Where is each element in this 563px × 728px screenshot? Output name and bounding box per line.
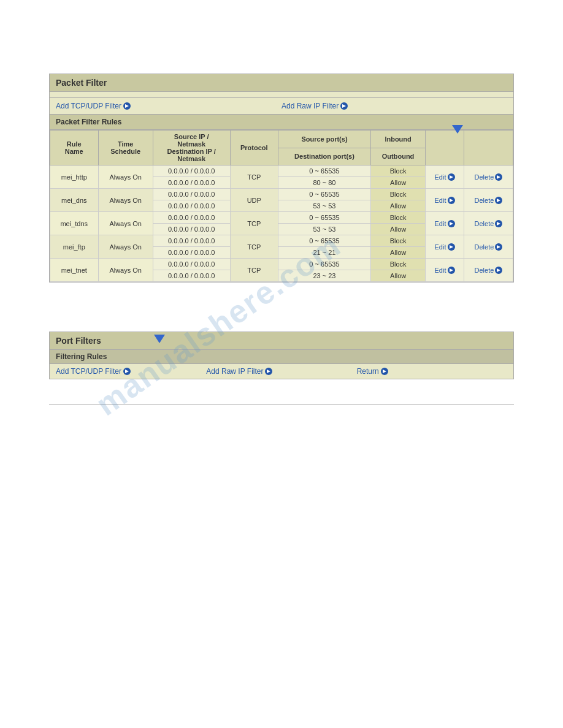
outbound-cell: Allow xyxy=(370,247,425,259)
packet-filter-action-bar: Add TCP/UDP Filter Add Raw IP Filter xyxy=(49,97,514,114)
dest-ip-cell: 0.0.0.0 / 0.0.0.0 xyxy=(153,200,230,212)
protocol-cell: TCP xyxy=(230,235,278,259)
source-ip-cell: 0.0.0.0 / 0.0.0.0 xyxy=(153,189,230,200)
dest-ip-cell: 0.0.0.0 / 0.0.0.0 xyxy=(153,270,230,282)
packet-filter-section: Packet Filter Add TCP/UDP Filter Add Raw… xyxy=(49,74,514,282)
delete-arrow-icon xyxy=(495,173,502,181)
packet-filter-title: Packet Filter xyxy=(49,74,514,91)
edit-cell: Edit xyxy=(426,189,464,212)
delete-button[interactable]: Delete xyxy=(475,197,503,204)
port-filters-section: Port Filters Filtering Rules Add TCP/UDP… xyxy=(49,332,514,379)
rule-name-cell: mei_tnet xyxy=(50,259,99,282)
delete-cell: Delete xyxy=(464,212,513,235)
port-filter-action-bar: Add TCP/UDP Filter Add Raw IP Filter Ret… xyxy=(49,363,514,379)
port-filter-arrow-indicator xyxy=(154,335,165,343)
source-ip-cell: 0.0.0.0 / 0.0.0.0 xyxy=(153,259,230,270)
add-raw-ip-arrow-icon xyxy=(340,102,348,110)
source-ip-cell: 0.0.0.0 / 0.0.0.0 xyxy=(153,212,230,224)
delete-cell: Delete xyxy=(464,259,513,282)
outbound-cell: Allow xyxy=(370,224,425,235)
delete-button[interactable]: Delete xyxy=(475,267,503,274)
edit-arrow-icon xyxy=(448,173,455,181)
col-dest-ports: Destination port(s) xyxy=(278,148,371,165)
col-rule-name: RuleName xyxy=(50,131,99,165)
port-return-arrow-icon xyxy=(381,368,388,375)
edit-button[interactable]: Edit xyxy=(435,173,455,181)
delete-arrow-icon xyxy=(495,243,502,251)
schedule-cell: Always On xyxy=(98,212,153,235)
add-tcp-udp-arrow-icon xyxy=(123,102,131,110)
port-tcp-udp-arrow-icon xyxy=(123,368,131,375)
delete-cell: Delete xyxy=(464,189,513,212)
port-add-tcp-udp-button[interactable]: Add TCP/UDP Filter xyxy=(56,367,206,376)
edit-cell: Edit xyxy=(426,259,464,282)
protocol-cell: TCP xyxy=(230,259,278,282)
outbound-cell: Allow xyxy=(370,270,425,282)
delete-button[interactable]: Delete xyxy=(475,220,503,227)
port-filters-title-bar: Port Filters xyxy=(49,332,514,349)
source-ports-cell: 0 ~ 65535 xyxy=(278,235,371,247)
delete-button[interactable]: Delete xyxy=(475,173,503,181)
schedule-cell: Always On xyxy=(98,165,153,189)
add-raw-ip-filter-button[interactable]: Add Raw IP Filter xyxy=(282,102,507,110)
schedule-cell: Always On xyxy=(98,259,153,282)
add-tcp-udp-filter-button[interactable]: Add TCP/UDP Filter xyxy=(56,102,282,110)
inbound-cell: Block xyxy=(370,212,425,224)
dest-ports-cell: 21 ~ 21 xyxy=(278,247,371,259)
protocol-cell: UDP xyxy=(230,189,278,212)
rule-name-cell: mei_dns xyxy=(50,189,99,212)
dest-ports-cell: 23 ~ 23 xyxy=(278,270,371,282)
table-row: mei_tdns Always On 0.0.0.0 / 0.0.0.0 TCP… xyxy=(50,212,513,224)
source-ip-cell: 0.0.0.0 / 0.0.0.0 xyxy=(153,235,230,247)
col-time-schedule: TimeSchedule xyxy=(98,131,153,165)
edit-button[interactable]: Edit xyxy=(435,197,455,204)
delete-button[interactable]: Delete xyxy=(475,243,503,251)
dest-ports-cell: 53 ~ 53 xyxy=(278,224,371,235)
delete-arrow-icon xyxy=(495,267,502,274)
filter-rules-table: RuleName TimeSchedule Source IP /Netmask… xyxy=(50,130,513,282)
port-raw-ip-arrow-icon xyxy=(265,368,272,375)
dest-ip-cell: 0.0.0.0 / 0.0.0.0 xyxy=(153,224,230,235)
source-ports-cell: 0 ~ 65535 xyxy=(278,189,371,200)
dest-ip-cell: 0.0.0.0 / 0.0.0.0 xyxy=(153,247,230,259)
outbound-cell: Allow xyxy=(370,177,425,189)
packet-filter-rules-section: Packet Filter Rules RuleName TimeSchedul… xyxy=(49,114,514,282)
col-delete xyxy=(464,131,513,165)
edit-button[interactable]: Edit xyxy=(435,243,455,251)
edit-arrow-icon xyxy=(448,243,455,251)
col-outbound: Outbound xyxy=(370,148,425,165)
schedule-cell: Always On xyxy=(98,189,153,212)
delete-cell: Delete xyxy=(464,165,513,189)
blue-arrow-indicator xyxy=(452,125,463,134)
dest-ports-cell: 53 ~ 53 xyxy=(278,200,371,212)
col-inbound: Inbound xyxy=(370,131,425,148)
edit-cell: Edit xyxy=(426,212,464,235)
source-ports-cell: 0 ~ 65535 xyxy=(278,259,371,270)
rule-name-cell: mei_tdns xyxy=(50,212,99,235)
edit-button[interactable]: Edit xyxy=(435,267,455,274)
edit-arrow-icon xyxy=(448,220,455,227)
packet-filter-rules-title: Packet Filter Rules xyxy=(50,115,513,130)
table-row: mei_dns Always On 0.0.0.0 / 0.0.0.0 UDP … xyxy=(50,189,513,200)
source-ports-cell: 0 ~ 65535 xyxy=(278,212,371,224)
inbound-cell: Block xyxy=(370,165,425,177)
port-add-raw-ip-button[interactable]: Add Raw IP Filter xyxy=(206,367,356,376)
source-ports-cell: 0 ~ 65535 xyxy=(278,165,371,177)
col-source-ports: Source port(s) xyxy=(278,131,371,148)
outbound-cell: Allow xyxy=(370,200,425,212)
col-edit xyxy=(426,131,464,165)
protocol-cell: TCP xyxy=(230,165,278,189)
source-ip-cell: 0.0.0.0 / 0.0.0.0 xyxy=(153,165,230,177)
table-row: mei_ftp Always On 0.0.0.0 / 0.0.0.0 TCP … xyxy=(50,235,513,247)
inbound-cell: Block xyxy=(370,235,425,247)
protocol-cell: TCP xyxy=(230,212,278,235)
filtering-rules-bar: Filtering Rules xyxy=(49,349,514,363)
table-row: mei_http Always On 0.0.0.0 / 0.0.0.0 TCP… xyxy=(50,165,513,177)
port-return-button[interactable]: Return xyxy=(357,367,507,376)
delete-arrow-icon xyxy=(495,220,502,227)
dest-ports-cell: 80 ~ 80 xyxy=(278,177,371,189)
edit-button[interactable]: Edit xyxy=(435,220,455,227)
rule-name-cell: mei_ftp xyxy=(50,235,99,259)
rule-name-cell: mei_http xyxy=(50,165,99,189)
edit-arrow-icon xyxy=(448,267,455,274)
